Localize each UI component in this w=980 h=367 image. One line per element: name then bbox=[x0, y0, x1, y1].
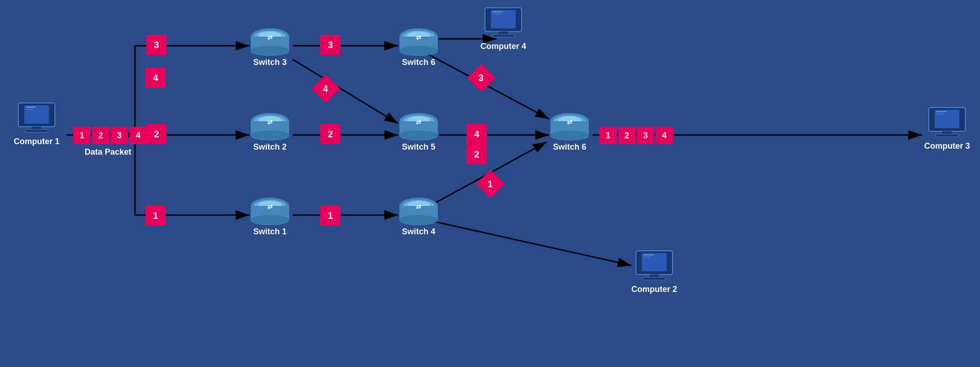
svg-text:⇄: ⇄ bbox=[267, 34, 273, 41]
packet-r2: 2 bbox=[467, 144, 487, 164]
svg-point-35 bbox=[251, 130, 289, 140]
packet-r1: 1 bbox=[599, 127, 617, 144]
svg-rect-69 bbox=[499, 32, 508, 34]
svg-point-42 bbox=[251, 215, 289, 224]
main-packet-right: 1 2 3 4 bbox=[599, 127, 673, 144]
computer4-icon bbox=[483, 5, 524, 40]
computer2-node: Computer 2 bbox=[631, 248, 677, 294]
svg-rect-21 bbox=[32, 127, 41, 130]
computer4-node: Computer 4 bbox=[480, 5, 526, 51]
switch6-top-label: Switch 6 bbox=[402, 58, 435, 67]
switch3-node: ⇄ Switch 3 bbox=[249, 28, 291, 67]
svg-point-56 bbox=[399, 130, 438, 140]
switch1-icon: ⇄ bbox=[249, 198, 291, 225]
computer2-icon bbox=[634, 248, 675, 283]
svg-rect-85 bbox=[935, 110, 959, 128]
computer1-node: Computer 1 bbox=[14, 101, 59, 146]
svg-text:⇄: ⇄ bbox=[267, 119, 273, 126]
diamond-3: 3 bbox=[467, 64, 495, 92]
switch6-main-node: ⇄ Switch 6 bbox=[549, 113, 590, 152]
main-packet-left: 1 2 3 4 bbox=[73, 127, 147, 144]
switch4-icon: ⇄ bbox=[398, 198, 439, 225]
packet-top-3: 3 bbox=[146, 35, 167, 55]
svg-point-76 bbox=[550, 130, 589, 140]
packet-r3: 3 bbox=[637, 127, 654, 144]
computer3-node: Computer 3 bbox=[924, 105, 970, 151]
packet-r2b: 2 bbox=[618, 127, 635, 144]
svg-text:⇄: ⇄ bbox=[416, 34, 421, 41]
packet-r4b: 4 bbox=[656, 127, 673, 144]
switch2-label: Switch 2 bbox=[253, 142, 286, 152]
switch6-top-node: ⇄ Switch 6 bbox=[398, 28, 439, 67]
computer4-label: Computer 4 bbox=[480, 42, 526, 51]
svg-text:⇄: ⇄ bbox=[416, 203, 421, 210]
switch5-node: ⇄ Switch 5 bbox=[398, 113, 439, 152]
svg-rect-89 bbox=[936, 134, 958, 137]
switch3-label: Switch 3 bbox=[253, 58, 286, 67]
packet-2: 2 bbox=[92, 127, 109, 144]
switch4-label: Switch 4 bbox=[402, 227, 435, 237]
svg-text:⇄: ⇄ bbox=[267, 203, 273, 210]
switch6-main-icon: ⇄ bbox=[549, 113, 590, 140]
switch2-node: ⇄ Switch 2 bbox=[249, 113, 291, 152]
svg-rect-18 bbox=[24, 105, 49, 124]
svg-rect-79 bbox=[642, 253, 667, 271]
svg-text:⇄: ⇄ bbox=[567, 119, 572, 126]
svg-point-28 bbox=[251, 46, 289, 55]
svg-text:⇄: ⇄ bbox=[416, 119, 421, 126]
packet-4: 4 bbox=[129, 127, 147, 144]
computer3-label: Computer 3 bbox=[924, 141, 970, 151]
switch2-icon: ⇄ bbox=[249, 113, 291, 140]
switch4-node: ⇄ Switch 4 bbox=[398, 198, 439, 237]
switch3-icon: ⇄ bbox=[249, 28, 291, 56]
packet-bot-1b: 1 bbox=[320, 205, 340, 226]
packet-r4: 4 bbox=[467, 124, 487, 144]
diagram-container: Computer 1 1 2 3 4 Data Packet 3 4 1 2 ⇄… bbox=[0, 0, 980, 367]
svg-rect-22 bbox=[25, 130, 48, 132]
diamond-4: 4 bbox=[312, 75, 340, 103]
packet-mid-4-left: 4 bbox=[145, 68, 166, 88]
svg-rect-70 bbox=[492, 34, 515, 37]
packet-mid-2b: 2 bbox=[320, 124, 340, 144]
computer2-label: Computer 2 bbox=[631, 285, 677, 294]
packet-1: 1 bbox=[73, 127, 91, 144]
svg-line-15 bbox=[425, 220, 631, 265]
svg-line-10 bbox=[293, 59, 398, 124]
switch5-label: Switch 5 bbox=[402, 142, 435, 152]
data-packet-label: Data Packet bbox=[85, 147, 131, 157]
svg-rect-83 bbox=[643, 277, 666, 280]
computer1-icon bbox=[16, 101, 57, 135]
svg-rect-66 bbox=[491, 10, 516, 28]
packet-mid-2-left: 2 bbox=[146, 124, 167, 144]
packet-3: 3 bbox=[111, 127, 128, 144]
switch6-main-label: Switch 6 bbox=[553, 142, 586, 152]
svg-point-63 bbox=[399, 215, 438, 224]
computer1-label: Computer 1 bbox=[14, 137, 59, 146]
svg-rect-82 bbox=[650, 275, 659, 277]
computer3-icon bbox=[926, 105, 968, 140]
switch5-icon: ⇄ bbox=[398, 113, 439, 140]
switch1-label: Switch 1 bbox=[253, 227, 286, 237]
switch6-top-icon: ⇄ bbox=[398, 28, 439, 56]
packet-bottom-1: 1 bbox=[145, 205, 166, 226]
svg-rect-88 bbox=[942, 131, 952, 134]
packet-top-3b: 3 bbox=[320, 35, 340, 55]
svg-point-49 bbox=[399, 46, 438, 55]
switch1-node: ⇄ Switch 1 bbox=[249, 198, 291, 237]
diamond-1: 1 bbox=[476, 170, 505, 198]
